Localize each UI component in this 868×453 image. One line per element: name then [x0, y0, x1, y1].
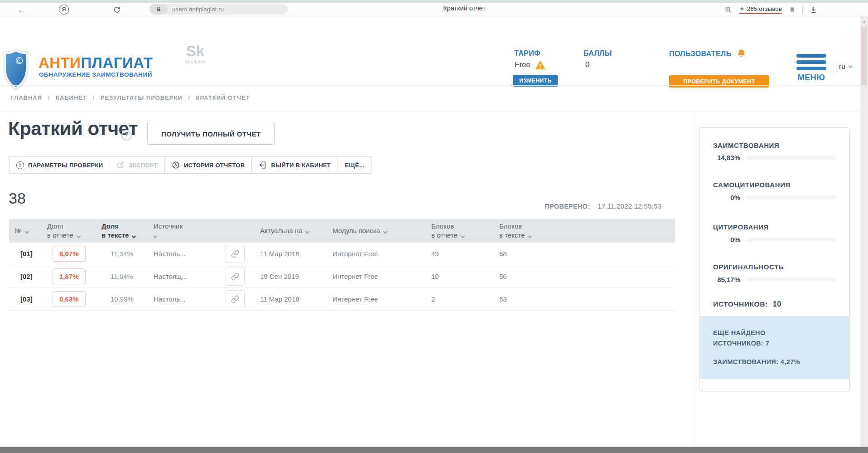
breadcrumb-separator: / — [93, 94, 95, 101]
sort-chevron-icon — [460, 234, 465, 239]
breadcrumb-separator: / — [188, 94, 190, 101]
scrollbar-thumb[interactable] — [861, 26, 867, 85]
column-search-module[interactable]: Модуль поиска — [331, 226, 417, 235]
chevron-down-icon — [849, 63, 853, 68]
more-found-line2: ИСТОЧНИКОВ: 7 — [713, 338, 836, 349]
page-scrollbar[interactable]: ▲ — [860, 16, 868, 447]
sort-chevron-icon — [383, 229, 387, 234]
report-toolbar: i ПАРАМЕТРЫ ПРОВЕРКИ ЭКСПОРТ ИСТОРИЯ ОТЧ… — [9, 156, 372, 174]
column-share-in-text[interactable]: Доля в тексте — [100, 222, 152, 240]
get-full-report-button[interactable]: ПОЛУЧИТЬ ПОЛНЫЙ ОТЧЕТ — [147, 123, 275, 145]
sort-chevron-icon — [76, 234, 81, 239]
language-selector[interactable]: ru — [839, 63, 852, 71]
tariff-value: Free — [515, 60, 530, 69]
row-number: [02] — [9, 273, 45, 280]
blocks-in-report-value: 10 — [417, 273, 485, 280]
breadcrumb-home[interactable]: ГЛАВНАЯ — [10, 94, 42, 101]
more-button[interactable]: ЕЩЁ... — [338, 156, 371, 174]
notifications-bell-icon[interactable] — [737, 49, 746, 58]
report-history-button[interactable]: ИСТОРИЯ ОТЧЕТОВ — [164, 156, 252, 174]
search-module-value: Интернет Free — [331, 250, 417, 258]
page-title: Краткий отчет — [8, 118, 138, 140]
scroll-up-icon[interactable]: ▲ — [860, 19, 868, 24]
blocks-in-text-value: 63 — [485, 295, 548, 303]
header-divider — [834, 58, 834, 78]
citations-label: ЦИТИРОВАНИЯ — [713, 223, 769, 231]
points-label: БАЛЛЫ — [583, 49, 612, 58]
source-link-button[interactable] — [226, 245, 245, 263]
zoom-page-icon[interactable] — [724, 6, 732, 14]
borrowings-label: ЗАИМСТВОВАНИЯ — [713, 141, 779, 149]
source-name[interactable]: Настоль... — [152, 295, 217, 303]
star-icon: ★ — [739, 5, 745, 12]
share-in-report-value[interactable]: 0,63% — [53, 291, 86, 307]
checked-label: ПРОВЕРЕНО: — [545, 203, 590, 210]
column-actual-on[interactable]: Актуальна на — [258, 226, 331, 235]
actual-on-value: 11 Мар 2018 — [258, 295, 331, 303]
column-blocks-in-text[interactable]: Блоков в тексте — [485, 222, 548, 240]
skolkovo-logo[interactable]: Sk Skolkovo — [185, 44, 206, 64]
sources-count-label: ИСТОЧНИКОВ: — [713, 300, 768, 308]
antiplagiat-logo-shield[interactable]: © — [3, 48, 29, 91]
share-in-text-value: 10,99% — [100, 295, 152, 303]
page-bottom-strip — [0, 447, 868, 453]
user-menu[interactable]: ПОЛЬЗОВАТЕЛЬ — [669, 49, 746, 58]
language-code: ru — [839, 63, 845, 71]
column-source[interactable]: Источник — [152, 222, 217, 240]
user-label: ПОЛЬЗОВАТЕЛЬ — [669, 50, 732, 58]
column-num[interactable]: № — [9, 226, 45, 235]
originality-bar — [746, 278, 837, 282]
self-citations-label: САМОЦИТИРОВАНИЯ — [713, 181, 791, 189]
table-row: [03] 0,63% 10,99% Настоль... 11 Мар 2018… — [9, 288, 675, 311]
sources-table: № Доля в отчете Доля в тексте Источник А… — [9, 219, 675, 311]
checked-line: ПРОВЕРЕНО: 17.11.2022 12:55:53 — [9, 202, 661, 210]
menu-bar-icon — [796, 60, 826, 64]
sort-chevron-icon — [132, 234, 136, 239]
search-module-value: Интернет Free — [331, 273, 417, 280]
citations-bar — [746, 238, 837, 242]
sources-count-line: ИСТОЧНИКОВ: 10 — [713, 300, 781, 308]
source-link-button[interactable] — [226, 268, 245, 286]
tariff-warning-icon[interactable] — [535, 61, 545, 69]
share-in-report-value[interactable]: 1,87% — [53, 268, 86, 284]
column-blocks-in-report[interactable]: Блоков в отчете — [417, 222, 485, 240]
check-parameters-label: ПАРАМЕТРЫ ПРОВЕРКИ — [28, 162, 103, 169]
help-icon[interactable]: ? — [121, 130, 132, 141]
skolkovo-name: Skolkovo — [185, 59, 206, 64]
tariff-label: ТАРИФ — [514, 49, 540, 58]
sources-count-value: 10 — [773, 300, 781, 308]
toolbar-divider — [802, 6, 803, 14]
bookmark-icon[interactable] — [789, 6, 795, 14]
source-name[interactable]: Настоящ... — [152, 273, 217, 280]
antiplagiat-logo-title[interactable]: АНТИПЛАГИАТ — [39, 54, 153, 72]
exit-icon — [259, 161, 267, 169]
back-to-cabinet-button[interactable]: ВЫЙТИ В КАБИНЕТ — [251, 156, 338, 174]
export-button[interactable]: ЭКСПОРТ — [110, 156, 164, 174]
breadcrumb-cabinet[interactable]: КАБИНЕТ — [56, 94, 87, 101]
main-menu-button[interactable]: МЕНЮ — [796, 54, 826, 83]
breadcrumb: ГЛАВНАЯ / КАБИНЕТ / РЕЗУЛЬТАТЫ ПРОВЕРКИ … — [0, 85, 868, 110]
column-share-in-report[interactable]: Доля в отчете — [45, 222, 100, 240]
menu-bar-icon — [796, 54, 826, 58]
menu-bar-icon — [796, 67, 826, 70]
originality-value: 85,17% — [713, 276, 740, 283]
source-name[interactable]: Настоль... — [152, 250, 217, 258]
reviews-count: 265 отзывов — [747, 5, 782, 12]
breadcrumb-short-report[interactable]: КРАТКИЙ ОТЧЕТ — [196, 94, 250, 101]
share-in-text-value: 11,34% — [100, 250, 152, 258]
info-icon: i — [16, 161, 24, 169]
browser-toolbar: ← Я users.antiplagiat.ru Краткий отчет ★… — [0, 0, 868, 16]
table-row: [01] 8,07% 11,34% Настоль... 11 Мар 2018… — [9, 243, 675, 265]
more-found-box: ЕЩЕ НАЙДЕНО ИСТОЧНИКОВ: 7 ЗАИМСТВОВАНИЯ:… — [700, 316, 849, 379]
borrowings-metric: 14,83% — [713, 154, 837, 161]
breadcrumb-check-results[interactable]: РЕЗУЛЬТАТЫ ПРОВЕРКИ — [101, 94, 183, 101]
check-parameters-button[interactable]: i ПАРАМЕТРЫ ПРОВЕРКИ — [9, 156, 110, 174]
downloads-icon[interactable] — [810, 6, 817, 14]
borrowings-value: 14,83% — [713, 154, 740, 161]
more-found-line1: ЕЩЕ НАЙДЕНО — [713, 328, 836, 338]
originality-label: ОРИГИНАЛЬНОСТЬ — [713, 263, 784, 271]
reviews-badge[interactable]: ★ 265 отзывов — [739, 5, 782, 14]
source-link-button[interactable] — [226, 290, 245, 308]
antiplagiat-logo-subtitle: ОБНАРУЖЕНИЕ ЗАИМСТВОВАНИЙ — [39, 71, 152, 78]
share-in-report-value[interactable]: 8,07% — [53, 246, 86, 262]
